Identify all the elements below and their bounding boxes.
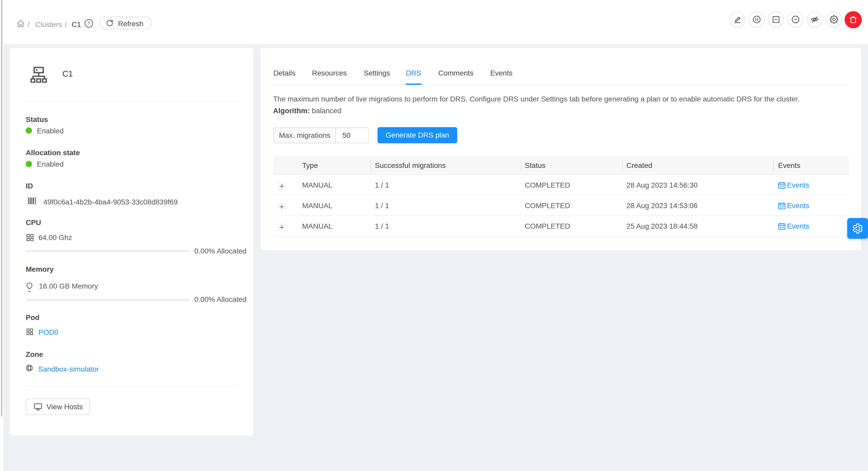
svg-text:?: ?: [88, 21, 90, 26]
